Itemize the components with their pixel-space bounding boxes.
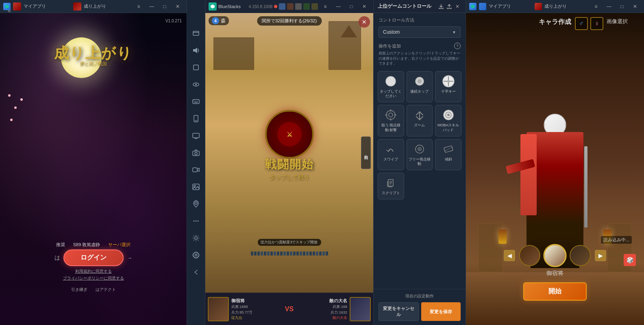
app-icon-2 [287,3,294,10]
start-game-btn[interactable]: 開始 [523,282,587,301]
control-panel-title: 上位ゲームコントロール [378,3,437,10]
svg-line-34 [194,240,194,240]
fighter-right-troops: 兵力:1632 [298,310,347,315]
left-close-btn[interactable]: ✕ [172,2,183,11]
app-icon-1 [279,3,285,10]
fighter-right-avatar [350,297,371,321]
left-maximize-btn[interactable]: □ [159,2,170,11]
stage-skip-indicator: 従六位かつ貢献度3でスキップ開放 [257,239,321,246]
svg-point-41 [418,79,422,83]
svg-point-47 [389,113,393,117]
dpad-label: 十字キー [441,89,456,94]
right-maximize-btn[interactable]: □ [616,2,628,11]
control-items-grid: タップしてください 連続タップ 十字キー [374,68,466,203]
control-moba[interactable]: MOBAスキルパッド [435,105,461,136]
auto-battle-btn[interactable]: 自動戦闘 [361,136,371,169]
sidebar-resize-icon[interactable] [188,25,204,41]
game-icon-left [73,2,81,11]
fighter-left-name: 御宿将 [231,298,280,304]
sidebar-location-icon[interactable] [188,196,204,212]
svg-point-17 [195,152,197,155]
sidebar-more-icon[interactable] [188,213,204,229]
left-window-controls: ≡ — □ ✕ [133,2,183,11]
sidebar-tv-icon[interactable] [188,128,204,144]
left-app-name: マイアプリ [24,3,71,9]
right-app-name: マイアプリ [489,3,532,9]
char-thumb-3[interactable] [570,245,591,266]
female-gender-btn[interactable]: ♀ [590,17,603,30]
transfer-link[interactable]: 引き継ぎ [71,287,87,292]
char-thumb-1[interactable] [519,245,540,266]
right-minimize-btn[interactable]: — [603,2,615,11]
svg-rect-14 [193,133,199,138]
free-view-icon [413,143,426,156]
scene-close-btn[interactable]: ✕ [359,16,370,28]
login-button[interactable]: ログイン [63,249,124,266]
right-menu-btn[interactable]: ≡ [590,2,602,11]
server-select-btn[interactable]: サーバ選択 [108,242,131,248]
svg-point-35 [195,254,197,256]
control-export-btn[interactable] [437,2,445,11]
svg-point-46 [386,110,395,119]
aim-icon [384,108,397,121]
char-next-btn[interactable]: ▶ [595,250,606,261]
cancel-changes-btn[interactable]: 変更をキャンセル [379,302,419,321]
control-zoom[interactable]: ズーム [407,105,433,136]
left-minimize-btn[interactable]: — [146,2,157,11]
svg-point-21 [194,185,196,187]
male-gender-btn[interactable]: ♂ [575,17,588,30]
bs-close-btn[interactable]: ✕ [359,2,370,11]
dropdown-arrow-icon: ▼ [452,30,456,35]
control-dpad[interactable]: 十字キー [435,71,461,102]
sidebar-volume-icon[interactable] [188,42,204,58]
privacy-link[interactable]: プライバシーポリシーに同意する [63,275,124,281]
control-import-btn[interactable] [445,2,453,11]
battle-emblem: ⚔ [265,110,314,158]
bs-maximize-btn[interactable]: □ [346,2,357,11]
left-game-subtitle: 夢と武ノ戦国 [80,61,107,67]
stage-number: 4 [212,17,219,24]
add-ops-help-btn[interactable]: ? [454,43,461,49]
control-tap[interactable]: タップしてください [378,71,404,102]
sidebar-light-icon[interactable] [188,230,204,246]
sidebar-back-icon[interactable] [188,264,204,280]
contact-link[interactable]: はアテクト [96,287,116,292]
char-thumb-2[interactable] [543,244,566,267]
policy-links-area: 利用規約に同意する プライバシーポリシーに同意する [0,269,187,281]
control-method-dropdown[interactable]: Custom ▼ [379,26,461,38]
char-prev-btn[interactable]: ◀ [504,250,515,261]
svg-line-31 [194,236,194,236]
char-creation-title: キャラ作成 [539,18,571,26]
randomize-btn[interactable]: 🎲 [624,254,636,266]
left-lantern [498,230,507,244]
sidebar-keyboard-icon[interactable] [188,93,204,110]
terms-link[interactable]: 利用規約に同意する [75,269,112,274]
left-menu-btn[interactable]: ≡ [133,2,144,11]
bs-minimize-btn[interactable]: — [333,2,344,11]
aim-label: 狙う·視点移動·射撃 [380,123,402,132]
login-prefix: は [54,254,60,262]
fighter-right-name: 敵の大名 [298,298,347,304]
bs-menu-btn[interactable]: ≡ [320,2,331,11]
control-title-bar: 上位ゲームコントロール ✕ [374,0,466,13]
fighter-right-info: 敵の大名 武勇:168 兵力:1632 敵の大名 [298,298,347,321]
sidebar-camera-icon[interactable] [188,145,204,161]
sidebar-collapse-btn[interactable]: « [1,2,17,19]
sidebar-settings-icon[interactable] [188,247,204,263]
control-aim[interactable]: 狙う·視点移動·射撃 [378,105,404,136]
sidebar-video-icon[interactable] [188,162,204,178]
svg-point-26 [195,237,198,240]
save-changes-btn[interactable]: 変更を保存 [421,302,461,321]
control-free-view[interactable]: フリー視点移動 [407,139,433,170]
control-swipe[interactable]: スワイプ [378,139,404,170]
control-close-btn[interactable]: ✕ [453,2,461,11]
sidebar-scale-icon[interactable] [188,59,204,76]
sidebar-image-icon[interactable] [188,179,204,195]
right-close-btn[interactable]: ✕ [629,2,641,11]
sidebar-eye-icon[interactable] [188,76,204,93]
sidebar-phone-icon[interactable] [188,110,204,127]
control-script[interactable]: スクリプト [378,173,404,199]
control-tilt[interactable]: 傾斜 [435,139,461,170]
control-continuous-tap[interactable]: 連続タップ [407,71,433,102]
left-game-name: 成り上がり [84,3,131,9]
